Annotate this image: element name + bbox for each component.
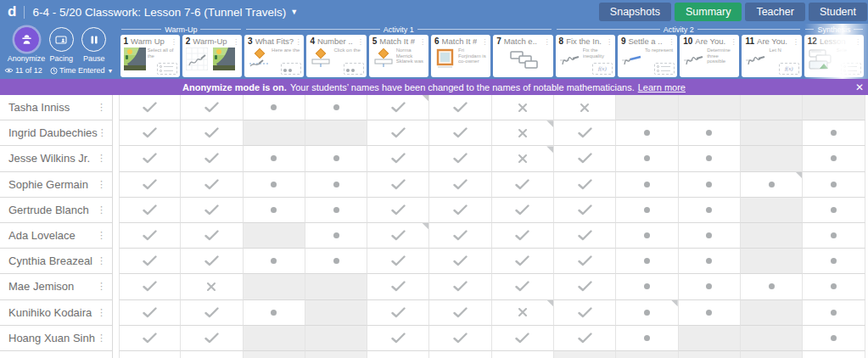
cell-response[interactable]: [492, 198, 554, 223]
cell-response[interactable]: [181, 198, 243, 223]
cell-response[interactable]: [367, 146, 429, 171]
cell-response[interactable]: [429, 274, 491, 299]
cell-response[interactable]: [616, 120, 678, 146]
cell-response[interactable]: [554, 223, 616, 249]
cell-not-started[interactable]: [741, 223, 803, 249]
cell-not-started[interactable]: [741, 326, 803, 351]
screen-thumbnail-4[interactable]: 4Number ..⋮Click on the: [306, 35, 366, 77]
cell-response[interactable]: [554, 146, 616, 171]
cell-response[interactable]: [305, 223, 367, 249]
cell-response[interactable]: [803, 146, 865, 171]
cell-response[interactable]: [554, 95, 616, 120]
screen-menu-icon[interactable]: ⋮: [481, 39, 488, 46]
cell-response[interactable]: [492, 95, 554, 120]
cell-response[interactable]: [492, 249, 554, 274]
cell-response[interactable]: [554, 120, 616, 146]
cell-response[interactable]: [367, 249, 429, 274]
cell-response[interactable]: [554, 300, 616, 326]
cell-response[interactable]: [492, 172, 554, 198]
cell-not-started[interactable]: [305, 120, 367, 146]
cell-response[interactable]: [679, 300, 741, 326]
cell-response[interactable]: [803, 274, 865, 299]
student-menu-icon[interactable]: ⋮: [97, 102, 106, 113]
student-name-cell[interactable]: Sophie Germain⋮: [0, 172, 113, 198]
cell-response[interactable]: [492, 223, 554, 249]
cell-not-started[interactable]: [679, 326, 741, 351]
screen-thumbnail-10[interactable]: 10Are You.⋮Determine three possible valu…: [680, 35, 739, 77]
screen-menu-icon[interactable]: ⋮: [294, 39, 301, 46]
screen-thumbnail-9[interactable]: 9Settle a ..⋮To represent: [618, 35, 677, 77]
cell-response[interactable]: [429, 223, 491, 249]
pacing-button[interactable]: Pacing: [45, 27, 78, 63]
cell-response[interactable]: [741, 172, 803, 198]
cell-response[interactable]: [492, 146, 554, 171]
cell-response[interactable]: [429, 120, 491, 146]
screen-menu-icon[interactable]: ⋮: [357, 39, 364, 46]
cell-response[interactable]: [679, 198, 741, 223]
cell-response[interactable]: [181, 120, 243, 146]
cell-not-started[interactable]: [741, 249, 803, 274]
student-menu-icon[interactable]: ⋮: [97, 179, 106, 190]
screen-thumbnail-3[interactable]: 3What Fits?⋮Here are the: [244, 35, 304, 77]
cell-response[interactable]: [741, 274, 803, 299]
title-caret-icon[interactable]: ▼: [290, 8, 298, 16]
student-menu-icon[interactable]: ⋮: [97, 307, 106, 318]
cell-response[interactable]: [367, 326, 429, 351]
screen-thumbnail-5[interactable]: 5Match It #⋮Norma Merrick Sklarek was th…: [369, 35, 428, 77]
cell-response[interactable]: [803, 198, 865, 223]
cell-response[interactable]: [367, 95, 429, 120]
cell-response[interactable]: [181, 95, 243, 120]
student-menu-icon[interactable]: ⋮: [97, 333, 106, 344]
student-menu-icon[interactable]: ⋮: [98, 127, 107, 138]
cell-not-started[interactable]: [244, 120, 305, 146]
cell-response[interactable]: [616, 249, 678, 274]
screen-thumbnail-7[interactable]: 7Match e..⋮: [493, 35, 552, 77]
cell-response[interactable]: [616, 146, 678, 171]
cell-not-started[interactable]: [244, 274, 305, 299]
cell-response[interactable]: [181, 326, 243, 351]
screen-menu-icon[interactable]: ⋮: [730, 39, 736, 46]
cell-response[interactable]: [429, 95, 491, 120]
cell-response[interactable]: [492, 300, 554, 326]
cell-not-started[interactable]: [244, 223, 305, 249]
cell-response[interactable]: [119, 198, 181, 223]
cell-response[interactable]: [679, 172, 741, 198]
cell-response[interactable]: [181, 223, 243, 249]
screen-thumbnail-2[interactable]: 2Warm-Up⋮: [182, 35, 242, 77]
cell-not-started[interactable]: [741, 198, 803, 223]
student-menu-icon[interactable]: ⋮: [97, 230, 106, 241]
screen-menu-icon[interactable]: ⋮: [544, 39, 551, 46]
cell-response[interactable]: [554, 198, 616, 223]
cell-response[interactable]: [554, 274, 616, 299]
anonymize-button[interactable]: Anonymize: [8, 27, 45, 63]
student-name-cell[interactable]: Gertrude Blanch⋮: [0, 198, 113, 223]
cell-response[interactable]: [616, 326, 678, 351]
screen-thumbnail-8[interactable]: 8Fix the In.⋮Fix the inequalityf(x): [556, 35, 615, 77]
cell-response[interactable]: [616, 223, 678, 249]
pause-button[interactable]: Pause: [78, 27, 111, 63]
cell-not-started[interactable]: [803, 95, 865, 120]
cell-response[interactable]: [367, 223, 429, 249]
students-visible-count[interactable]: 11 of 12: [4, 66, 42, 75]
cell-response[interactable]: [119, 95, 181, 120]
cell-not-started[interactable]: [741, 146, 803, 171]
screen-menu-icon[interactable]: ⋮: [606, 39, 613, 46]
activity-title[interactable]: 6-4 - 5/20 Classwork: Lesson 7-6 (Tunnel…: [32, 6, 286, 19]
cell-response[interactable]: [244, 146, 305, 171]
cell-response[interactable]: [367, 172, 429, 198]
cell-response[interactable]: [181, 300, 243, 326]
cell-not-started[interactable]: [741, 120, 803, 146]
cell-response[interactable]: [679, 120, 741, 146]
tab-snapshots[interactable]: Snapshots: [599, 3, 671, 21]
tab-teacher[interactable]: Teacher: [745, 3, 804, 21]
cell-response[interactable]: [367, 198, 429, 223]
cell-response[interactable]: [119, 300, 181, 326]
screen-menu-icon[interactable]: ⋮: [232, 39, 239, 46]
student-name-cell[interactable]: Mae Jemison⋮: [0, 274, 113, 299]
cell-response[interactable]: [119, 146, 181, 171]
cell-response[interactable]: [305, 172, 367, 198]
cell-response[interactable]: [429, 146, 491, 171]
cell-not-started[interactable]: [616, 95, 678, 120]
student-name-cell[interactable]: Ingrid Daubechies⋮: [0, 120, 113, 146]
cell-response[interactable]: [616, 198, 678, 223]
